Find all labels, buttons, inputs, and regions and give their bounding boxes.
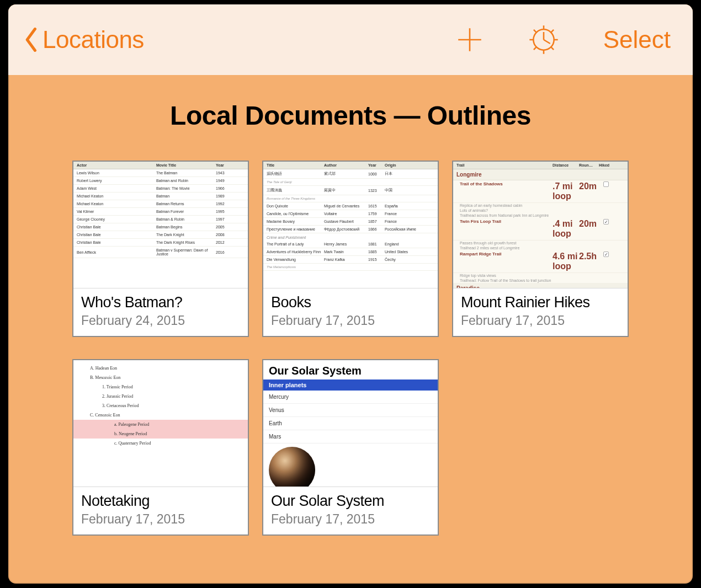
list-item: Mercury (263, 391, 438, 404)
table-row: Twin Firs Loop Trail.4 mi loop20m✓ (453, 218, 628, 240)
document-preview: Title Author Year Origin 源氏物語紫式部1000日本Th… (263, 162, 438, 288)
svg-line-12 (544, 40, 550, 44)
document-preview: A. Hadean EonB. Mesozoic Eon1. Triassic … (73, 360, 248, 487)
outline-item: a. Paleogene Period (73, 420, 248, 429)
document-books[interactable]: Title Author Year Origin 源氏物語紫式部1000日本Th… (262, 161, 439, 337)
outline-item: c. Quaternary Period (73, 439, 248, 448)
table-row: 三國演義羅貫中1323中国 (263, 186, 438, 195)
table-row: Christian BaleThe Dark Knight Rises2012 (73, 239, 248, 247)
outline-item: 1. Triassic Period (73, 382, 248, 392)
documents-grid: Actor Movie Title Year Lewis WilsonThe B… (51, 161, 650, 536)
table-row: Michael KeatonBatman1989 (73, 193, 248, 200)
table-row: Val KilmerBatman Forever1995 (73, 208, 248, 216)
document-preview: Trail Distance Roun… Hiked LongmireTrail… (453, 162, 628, 288)
document-date: February 24, 2015 (81, 313, 240, 328)
section-header: Paradise (453, 283, 628, 288)
document-our-solar-system[interactable]: Our Solar System Inner planets MercuryVe… (262, 359, 439, 536)
svg-line-10 (551, 30, 554, 33)
document-preview: Actor Movie Title Year Lewis WilsonThe B… (73, 162, 248, 288)
table-row: 源氏物語紫式部1000日本 (263, 169, 438, 179)
table-row: Michael KeatonBatman Returns1992 (73, 200, 248, 208)
document-preview: Our Solar System Inner planets MercuryVe… (263, 360, 438, 487)
settings-button[interactable] (528, 24, 559, 55)
back-label: Locations (43, 26, 144, 54)
document-title: Who's Batman? (81, 294, 240, 311)
document-title: Mount Rainier Hikes (461, 294, 620, 311)
table-row: George ClooneyBatman & Robin1997 (73, 216, 248, 223)
table-row: Die VerwandlungFranz Kafka1915Čechy (263, 256, 438, 264)
document-date: February 17, 2015 (271, 313, 430, 328)
table-row: Christian BaleBatman Begins2005 (73, 223, 248, 231)
document-date: February 17, 2015 (81, 512, 240, 527)
svg-line-8 (551, 47, 554, 50)
table-row: Преступление и наказаниеФёдор Достоевски… (263, 226, 438, 233)
svg-line-9 (534, 47, 537, 50)
table-row: Christian BaleThe Dark Knight2008 (73, 231, 248, 239)
outline-item: C. Cenozoic Eon (73, 410, 248, 420)
outline-item: A. Hadean Eon (73, 364, 248, 373)
page-title: Local Documents — Outlines (51, 100, 650, 131)
back-button[interactable]: Locations (24, 26, 144, 54)
table-row: Trail of the Shadows.7 mi loop20m (453, 180, 628, 203)
list-item: Mars (263, 430, 438, 443)
document-title: Our Solar System (271, 493, 430, 510)
section-header: Longmire (453, 169, 628, 180)
table-row: Rampart Ridge Trail4.6 mi loop2.5h✓ (453, 250, 628, 273)
document-mount-rainier-hikes[interactable]: Trail Distance Roun… Hiked LongmireTrail… (452, 161, 629, 337)
content-area: Local Documents — Outlines Actor Movie T… (8, 75, 693, 558)
table-row: Adventures of Huckleberry FinnMark Twain… (263, 248, 438, 256)
outline-item: 2. Jurassic Period (73, 392, 248, 401)
table-row: Romance of the Three Kingdoms (263, 195, 438, 202)
document-whos-batman[interactable]: Actor Movie Title Year Lewis WilsonThe B… (72, 161, 249, 337)
table-row: Madame BovaryGustave Flaubert1857France (263, 218, 438, 226)
table-row: The Portrait of a LadyHenry James1881Eng… (263, 240, 438, 248)
document-date: February 17, 2015 (271, 512, 430, 527)
document-title: Notetaking (81, 493, 240, 510)
planet-image-icon (269, 447, 315, 487)
outline-item: b. Neogene Period (73, 429, 248, 439)
table-row: Robert LoweryBatman and Robin1949 (73, 177, 248, 185)
table-row: Candide, ou l'OptimismeVoltaire1759Franc… (263, 210, 438, 218)
table-row: Lewis WilsonThe Batman1943 (73, 169, 248, 177)
select-button[interactable]: Select (603, 26, 671, 54)
table-row: The Metamorphosis (263, 264, 438, 271)
add-button[interactable] (455, 25, 484, 54)
outline-item: B. Mesozoic Eon (73, 373, 248, 382)
app-frame: Locations (8, 4, 693, 584)
svg-line-7 (534, 30, 537, 33)
table-row: The Tale of Genji (263, 179, 438, 186)
table-row: Don QuixoteMiguel de Cervantes1615España (263, 202, 438, 210)
list-item: Venus (263, 404, 438, 417)
document-notetaking[interactable]: A. Hadean EonB. Mesozoic Eon1. Triassic … (72, 359, 249, 536)
document-title: Books (271, 294, 430, 311)
toolbar: Locations (8, 4, 693, 75)
document-date: February 17, 2015 (461, 313, 620, 328)
list-item: Earth (263, 417, 438, 430)
chevron-left-icon (24, 28, 39, 52)
outline-item: 3. Cretaceous Period (73, 401, 248, 410)
table-row: Ben AffleckBatman v Superman: Dawn of Ju… (73, 247, 248, 258)
table-row: Adam WestBatman: The Movie1966 (73, 185, 248, 193)
